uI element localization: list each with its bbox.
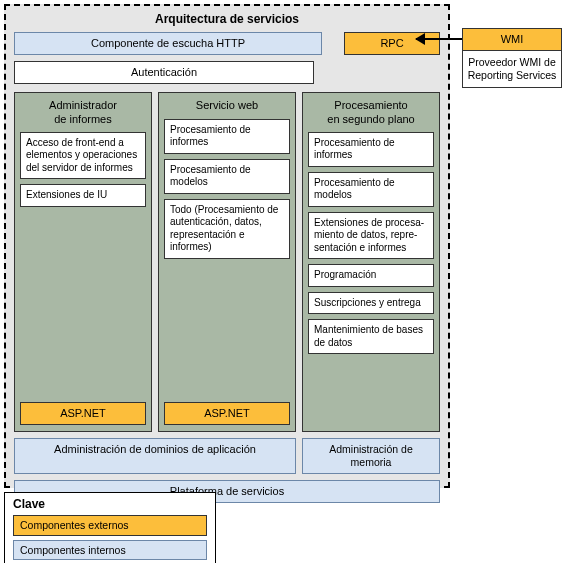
wmi-provider-component: Proveedor WMI de Reporting Services <box>462 50 562 88</box>
feature-box: Procesamiento de modelos <box>308 172 434 207</box>
diagram-canvas: Arquitectura de servicios Componente de … <box>0 0 566 563</box>
background-processing-column: Procesamiento en segundo plano Procesami… <box>302 92 440 432</box>
architecture-title: Arquitectura de servicios <box>14 12 440 26</box>
feature-box: Todo (Procesamiento de autenticación, da… <box>164 199 290 259</box>
feature-box: Suscripciones y entrega <box>308 292 434 315</box>
service-architecture-container: Arquitectura de servicios Componente de … <box>4 4 450 488</box>
legend: Clave Componentes externos Componentes i… <box>4 492 216 563</box>
http-listener-component: Componente de escucha HTTP <box>14 32 322 55</box>
aspnet-component: ASP.NET <box>20 402 146 425</box>
app-domain-admin-component: Administración de dominios de aplicación <box>14 438 296 473</box>
arrow-icon <box>416 38 462 40</box>
feature-box: Acceso de front-end a elementos y opera­… <box>20 132 146 180</box>
report-manager-title: Administrador de informes <box>20 99 146 125</box>
legend-external: Componentes externos <box>13 515 207 536</box>
feature-box: Extensiones de procesa­miento de datos, … <box>308 212 434 260</box>
wmi-component: WMI <box>462 28 562 51</box>
feature-box: Mantenimiento de bases de datos <box>308 319 434 354</box>
rpc-component: RPC <box>344 32 440 55</box>
feature-box: Procesamiento de informes <box>308 132 434 167</box>
report-manager-column: Administrador de informes Acceso de fron… <box>14 92 152 432</box>
aspnet-component: ASP.NET <box>164 402 290 425</box>
feature-box: Programación <box>308 264 434 287</box>
web-service-title: Servicio web <box>164 99 290 112</box>
authentication-component: Autenticación <box>14 61 314 84</box>
feature-box: Procesamiento de modelos <box>164 159 290 194</box>
wmi-group: WMI Proveedor WMI de Reporting Services <box>462 28 562 88</box>
feature-box: Procesamiento de informes <box>164 119 290 154</box>
background-processing-title: Procesamiento en segundo plano <box>308 99 434 125</box>
legend-internal: Componentes internos <box>13 540 207 561</box>
web-service-column: Servicio web Procesamiento de informes P… <box>158 92 296 432</box>
legend-title: Clave <box>13 497 207 511</box>
memory-admin-component: Administración de memoria <box>302 438 440 473</box>
feature-box: Extensiones de IU <box>20 184 146 207</box>
